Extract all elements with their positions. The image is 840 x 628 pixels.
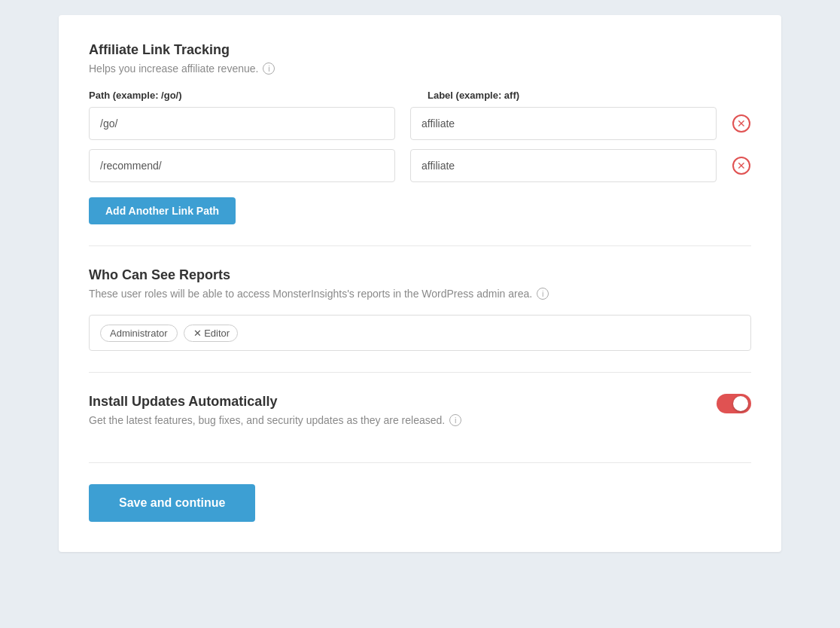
updates-text: Install Updates Automatically Get the la… [89,394,702,441]
remove-row-1-button[interactable]: ✕ [732,114,751,133]
affiliate-info-icon[interactable]: i [263,62,275,75]
role-administrator: Administrator [100,325,178,342]
remove-row-1-icon: ✕ [732,114,750,133]
save-continue-button[interactable]: Save and continue [89,484,255,522]
fields-header: Path (example: /go/) Label (example: aff… [89,90,751,101]
updates-section: Install Updates Automatically Get the la… [89,394,751,441]
updates-title: Install Updates Automatically [89,394,702,410]
divider-1 [89,245,751,246]
reports-section: Who Can See Reports These user roles wil… [89,267,751,351]
divider-3 [89,462,751,463]
label-input-1[interactable] [410,107,717,140]
label-column-label: Label (example: aff) [428,90,751,101]
reports-title: Who Can See Reports [89,267,751,283]
path-input-1[interactable] [89,107,395,140]
reports-description: These user roles will be able to access … [89,288,751,300]
reports-info-icon[interactable]: i [537,288,549,300]
divider-2 [89,372,751,373]
remove-row-2-button[interactable]: ✕ [732,156,751,175]
role-editor[interactable]: ✕ Editor [184,325,239,342]
affiliate-section: Affiliate Link Tracking Helps you increa… [89,42,751,224]
label-input-2[interactable] [410,149,717,182]
affiliate-description: Helps you increase affiliate revenue. i [89,62,751,75]
affiliate-row-2: ✕ [89,149,751,182]
affiliate-row-1: ✕ [89,107,751,140]
affiliate-title: Affiliate Link Tracking [89,42,751,58]
remove-row-2-icon: ✕ [732,157,750,175]
updates-toggle[interactable] [717,394,751,413]
add-link-path-button[interactable]: Add Another Link Path [89,197,236,224]
path-column-label: Path (example: /go/) [89,90,412,101]
updates-toggle-container [717,394,751,413]
updates-description: Get the latest features, bug fixes, and … [89,414,702,426]
updates-info-icon[interactable]: i [449,414,461,426]
main-card: Affiliate Link Tracking Helps you increa… [59,15,781,552]
updates-toggle-slider [717,394,751,413]
role-editor-label: ✕ Editor [193,328,230,339]
roles-container: Administrator ✕ Editor [89,315,751,351]
path-input-2[interactable] [89,149,395,182]
